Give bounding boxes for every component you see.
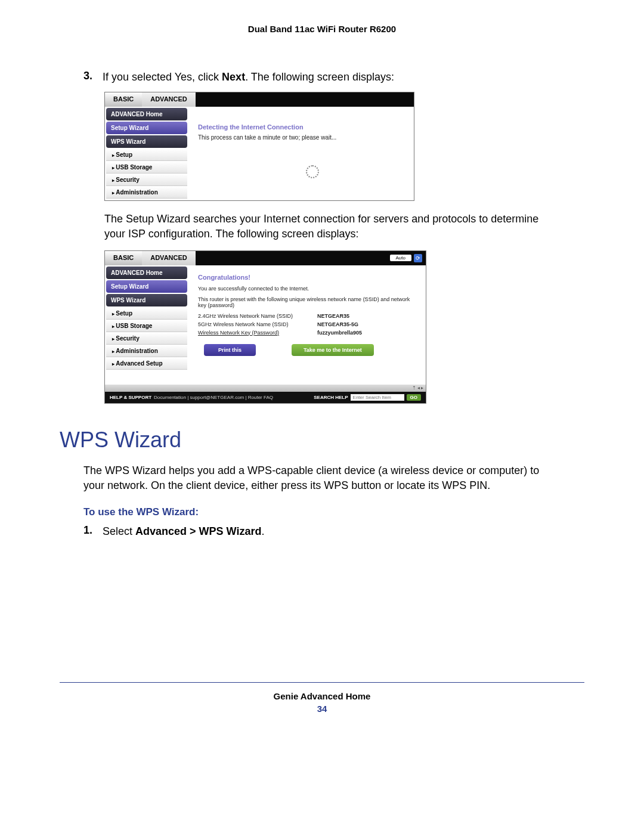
connected-text: You are successfully connected to the In… bbox=[198, 286, 416, 292]
sidebar-advanced-home[interactable]: ADVANCED Home bbox=[106, 108, 187, 120]
tab-advanced[interactable]: ADVANCED bbox=[142, 251, 196, 265]
step-number: 3. bbox=[83, 70, 94, 85]
search-help-input[interactable] bbox=[351, 394, 404, 401]
sidebar-setup[interactable]: Setup bbox=[106, 149, 187, 161]
sidebar-usb-storage[interactable]: USB Storage bbox=[106, 162, 187, 174]
sidebar-usb-storage[interactable]: USB Storage bbox=[106, 320, 187, 332]
value-ssid-24: NETGEAR35 bbox=[317, 313, 349, 319]
refresh-icon[interactable]: ⟳ bbox=[414, 254, 422, 262]
page-header: Dual Band 11ac WiFi Router R6200 bbox=[60, 24, 584, 34]
step3-bold: Next bbox=[222, 71, 245, 83]
value-ssid-5: NETGEAR35-5G bbox=[317, 321, 358, 327]
step-3: 3. If you selected Yes, click Next. The … bbox=[83, 70, 584, 85]
step-text: Select Advanced > WPS Wizard. bbox=[103, 524, 264, 539]
help-label: HELP & SUPPORT bbox=[110, 395, 151, 400]
help-links[interactable]: Documentation | support@NETGEAR.com | Ro… bbox=[154, 395, 273, 400]
sidebar-advanced-setup[interactable]: Advanced Setup bbox=[106, 358, 187, 370]
search-help-label: SEARCH HELP bbox=[314, 395, 348, 400]
sidebar-wps-wizard[interactable]: WPS Wizard bbox=[106, 135, 187, 148]
sidebar-wps-wizard[interactable]: WPS Wizard bbox=[106, 294, 187, 306]
screenshot-congratulations: BASIC ADVANCED Auto ⟳ ADVANCED Home Setu… bbox=[104, 250, 426, 404]
spinner-icon bbox=[306, 165, 319, 178]
auto-button[interactable]: Auto bbox=[390, 255, 411, 261]
wps-paragraph: The WPS Wizard helps you add a WPS-capab… bbox=[83, 463, 561, 493]
sidebar-setup-wizard[interactable]: Setup Wizard bbox=[106, 122, 187, 134]
sidebar: ADVANCED Home Setup Wizard WPS Wizard Se… bbox=[105, 107, 188, 200]
main-pane: Congratulations! You are successfully co… bbox=[188, 265, 426, 385]
tab-basic[interactable]: BASIC bbox=[105, 92, 142, 107]
resize-strip: ⇡ ◂ ▸ bbox=[105, 385, 426, 392]
sidebar-setup[interactable]: Setup bbox=[106, 308, 187, 320]
take-to-internet-button[interactable]: Take me to the Internet bbox=[292, 344, 374, 356]
label-password: Wireless Network Key (Password) bbox=[198, 330, 317, 336]
row-password: Wireless Network Key (Password) fuzzyumb… bbox=[198, 330, 416, 336]
congrats-heading: Congratulations! bbox=[198, 274, 416, 281]
row-ssid-5: 5GHz Wireless Network Name (SSID) NETGEA… bbox=[198, 321, 416, 327]
sidebar-security[interactable]: Security bbox=[106, 174, 187, 186]
tab-basic[interactable]: BASIC bbox=[105, 251, 142, 265]
sidebar: ADVANCED Home Setup Wizard WPS Wizard Se… bbox=[105, 265, 188, 385]
sidebar-advanced-home[interactable]: ADVANCED Home bbox=[106, 267, 187, 279]
value-password: fuzzyumbrella905 bbox=[317, 330, 362, 336]
label-ssid-5: 5GHz Wireless Network Name (SSID) bbox=[198, 321, 317, 327]
step3-suffix: . The following screen displays: bbox=[245, 71, 394, 83]
screenshot-detecting: BASIC ADVANCED ADVANCED Home Setup Wizar… bbox=[104, 92, 414, 201]
tab-bar: BASIC ADVANCED Auto ⟳ bbox=[105, 251, 426, 265]
tab-bar: BASIC ADVANCED bbox=[105, 92, 414, 107]
go-button[interactable]: GO bbox=[407, 394, 421, 401]
step-number: 1. bbox=[83, 524, 94, 539]
sidebar-security[interactable]: Security bbox=[106, 333, 187, 345]
arrow-right-icon[interactable]: ▸ bbox=[421, 385, 423, 391]
footer-chapter: Genie Advanced Home bbox=[60, 682, 584, 701]
preset-text: This router is preset with the following… bbox=[198, 296, 416, 308]
section-heading-wps-wizard: WPS Wizard bbox=[60, 428, 584, 453]
main-pane: Detecting the Internet Connection This p… bbox=[188, 107, 414, 200]
sidebar-administration[interactable]: Administration bbox=[106, 345, 187, 357]
detecting-heading: Detecting the Internet Connection bbox=[198, 123, 404, 131]
arrow-left-icon[interactable]: ◂ bbox=[417, 385, 420, 391]
tabbar-right: Auto ⟳ bbox=[196, 251, 426, 265]
step-text: If you selected Yes, click Next. The fol… bbox=[103, 70, 394, 85]
mid-paragraph: The Setup Wizard searches your Internet … bbox=[104, 212, 561, 241]
row-ssid-24: 2.4GHz Wireless Network Name (SSID) NETG… bbox=[198, 313, 416, 319]
step3-prefix: If you selected Yes, click bbox=[103, 71, 222, 83]
page-number: 34 bbox=[60, 704, 584, 714]
arrow-up-icon[interactable]: ⇡ bbox=[412, 385, 416, 391]
sidebar-administration[interactable]: Administration bbox=[106, 187, 187, 199]
sub-heading-to-use: To use the WPS Wizard: bbox=[83, 506, 584, 518]
step1-suffix: . bbox=[261, 525, 264, 537]
tabbar-spacer bbox=[196, 92, 414, 107]
print-button[interactable]: Print this bbox=[204, 344, 256, 356]
step1-prefix: Select bbox=[103, 525, 135, 537]
tab-advanced[interactable]: ADVANCED bbox=[142, 92, 196, 107]
label-ssid-24: 2.4GHz Wireless Network Name (SSID) bbox=[198, 313, 317, 319]
sidebar-setup-wizard[interactable]: Setup Wizard bbox=[106, 280, 187, 293]
step1-bold: Advanced > WPS Wizard bbox=[135, 525, 261, 537]
help-support-bar: HELP & SUPPORT Documentation | support@N… bbox=[105, 392, 426, 403]
step-1: 1. Select Advanced > WPS Wizard. bbox=[83, 524, 584, 539]
process-text: This process can take a minute or two; p… bbox=[198, 134, 404, 141]
